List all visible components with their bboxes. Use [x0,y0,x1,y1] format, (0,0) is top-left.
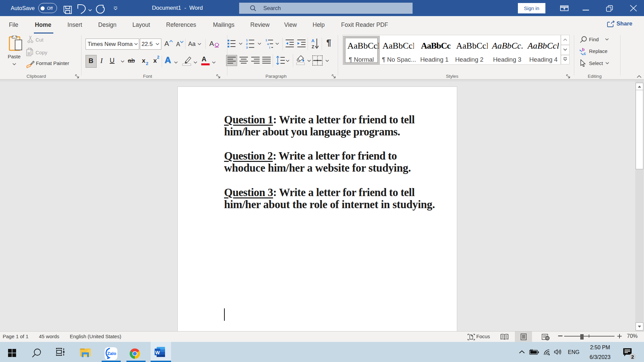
svg-text:W: W [155,350,160,355]
svg-text:A: A [311,38,315,43]
svg-text:3: 3 [246,46,248,49]
svg-text:i: i [269,46,270,49]
svg-text:c: c [584,51,586,56]
svg-text:2: 2 [246,42,248,46]
svg-text:1: 1 [265,39,267,42]
svg-text:a: a [267,42,269,46]
svg-text:Z: Z [312,44,314,49]
svg-text:1: 1 [246,39,248,42]
svg-text:Zalo: Zalo [107,351,116,356]
svg-text:2: 2 [631,354,634,360]
